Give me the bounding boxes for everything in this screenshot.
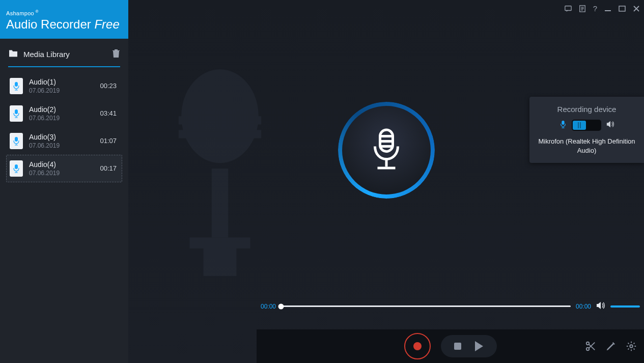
close-icon[interactable]	[633, 5, 640, 12]
device-source-toggle[interactable]	[572, 120, 601, 131]
track-name: Audio(4)	[29, 160, 92, 169]
track-date: 07.06.2019	[29, 142, 92, 149]
seek-handle[interactable]	[278, 303, 284, 309]
brand-title: Audio Recorder Free	[6, 17, 122, 32]
transport-controls	[404, 333, 497, 359]
maximize-icon[interactable]	[619, 5, 626, 12]
svg-rect-8	[189, 237, 250, 248]
svg-rect-3	[15, 164, 18, 169]
track-info: Audio(4)07.06.2019	[29, 160, 92, 177]
recorder-ring-inner	[342, 106, 431, 194]
svg-rect-19	[562, 121, 564, 125]
svg-rect-2	[15, 137, 18, 142]
track-row[interactable]: Audio(4)07.06.201900:17	[6, 155, 122, 182]
track-row[interactable]: Audio(2)07.06.201903:41	[6, 100, 122, 127]
track-duration: 01:07	[98, 137, 119, 145]
feedback-icon[interactable]	[565, 5, 572, 12]
settings-icon[interactable]	[626, 341, 637, 352]
volume-slider[interactable]	[610, 305, 640, 308]
recorder-visual	[338, 102, 435, 199]
record-button[interactable]	[404, 333, 431, 359]
device-mic-icon	[559, 120, 567, 130]
background-microphone-icon	[149, 61, 291, 297]
recording-device-panel: Recording device Mikrofon (Realtek High …	[529, 97, 644, 163]
svg-point-21	[586, 342, 590, 345]
track-duration: 03:41	[98, 109, 119, 117]
minimize-icon[interactable]	[604, 5, 611, 12]
recorder-ring	[338, 102, 435, 199]
audio-file-icon	[10, 133, 23, 149]
library-title-row: Media Library	[8, 49, 70, 59]
svg-rect-5	[179, 116, 261, 124]
track-date: 07.06.2019	[29, 170, 92, 177]
help-icon[interactable]: ?	[593, 4, 597, 13]
trash-icon[interactable]	[112, 49, 120, 60]
playback-total-time: 00:00	[576, 303, 591, 310]
window-controls: ?	[565, 4, 640, 13]
media-library: Media Library Audio(1)07.06.201900:23Aud…	[0, 39, 128, 182]
audio-file-icon	[10, 105, 23, 122]
brand-company: Ashampoo ®	[6, 9, 122, 16]
track-duration: 00:23	[98, 82, 119, 90]
playback-progress-row: 00:00 00:00	[261, 301, 640, 311]
play-button[interactable]	[475, 341, 483, 351]
audio-file-icon	[10, 160, 23, 177]
recording-device-title: Recording device	[536, 105, 638, 114]
track-info: Audio(2)07.06.2019	[29, 105, 92, 122]
library-header: Media Library	[6, 39, 122, 66]
playback-seek-bar[interactable]	[281, 305, 571, 307]
volume-icon[interactable]	[596, 301, 605, 311]
svg-point-22	[630, 345, 633, 348]
main-area: ?	[128, 0, 644, 363]
edit-icon[interactable]	[605, 341, 617, 352]
track-name: Audio(2)	[29, 105, 92, 114]
track-row[interactable]: Audio(1)07.06.201900:23	[6, 72, 122, 100]
sidebar: Ashampoo ® Audio Recorder Free Media Lib…	[0, 0, 128, 363]
svg-rect-6	[179, 130, 261, 138]
track-row[interactable]: Audio(3)07.06.201901:07	[6, 127, 122, 155]
library-title: Media Library	[23, 50, 70, 59]
cut-icon[interactable]	[585, 341, 596, 352]
playback-current-time: 00:00	[261, 303, 276, 310]
svg-rect-9	[204, 248, 237, 276]
app-window: Ashampoo ® Audio Recorder Free Media Lib…	[0, 0, 644, 363]
stop-play-capsule	[441, 335, 497, 357]
svg-point-20	[586, 348, 590, 351]
track-duration: 00:17	[98, 164, 119, 172]
device-toggle-row	[536, 120, 638, 131]
svg-rect-12	[619, 6, 625, 11]
track-date: 07.06.2019	[29, 87, 92, 94]
device-speaker-icon	[606, 121, 614, 130]
track-name: Audio(3)	[29, 133, 92, 141]
svg-rect-1	[15, 109, 18, 114]
notes-icon[interactable]	[579, 5, 586, 12]
stop-button[interactable]	[454, 343, 461, 350]
track-name: Audio(1)	[29, 78, 92, 86]
bottom-right-tools	[585, 341, 637, 352]
svg-rect-10	[565, 6, 571, 10]
bottom-control-bar	[257, 329, 644, 363]
track-list: Audio(1)07.06.201900:23Audio(2)07.06.201…	[6, 72, 122, 182]
track-date: 07.06.2019	[29, 115, 92, 122]
track-info: Audio(3)07.06.2019	[29, 133, 92, 149]
folder-icon	[8, 49, 18, 59]
microphone-icon	[367, 127, 406, 173]
audio-file-icon	[10, 78, 23, 94]
svg-rect-0	[15, 82, 18, 87]
library-divider	[8, 66, 120, 67]
recording-device-name: Mikrofon (Realtek High Definition Audio)	[536, 137, 638, 155]
record-icon	[413, 342, 422, 350]
svg-rect-7	[212, 169, 228, 237]
track-info: Audio(1)07.06.2019	[29, 78, 92, 94]
brand-header: Ashampoo ® Audio Recorder Free	[0, 0, 128, 39]
